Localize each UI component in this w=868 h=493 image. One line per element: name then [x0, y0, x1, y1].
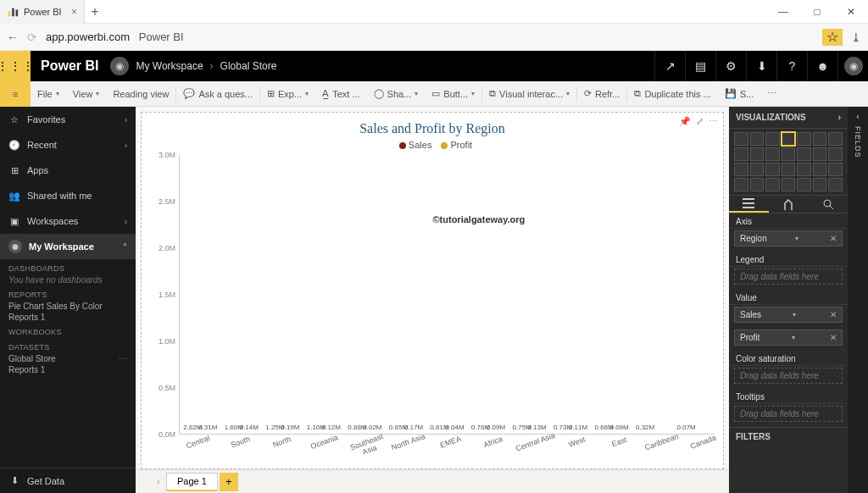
visual-type-icon[interactable]	[734, 132, 748, 146]
visual-type-icon[interactable]	[828, 147, 843, 161]
visual-type-icon[interactable]	[813, 163, 827, 176]
visual-type-icon[interactable]	[782, 147, 796, 161]
visual-type-icon[interactable]	[782, 163, 796, 176]
buttons-button[interactable]: ▭Butt...▾	[425, 81, 481, 106]
colorsat-well[interactable]: Drag data fields here	[734, 368, 843, 384]
visual-interactions-button[interactable]: ⧉Visual interac...▾	[482, 81, 576, 106]
refresh-button[interactable]: ⟳Refr...	[577, 81, 626, 106]
report-visual[interactable]: 📌 ⤢ ⋯ Sales and Profit by Region Sales P…	[141, 112, 724, 469]
minimize-button[interactable]: —	[766, 0, 800, 24]
visual-type-icon[interactable]	[750, 178, 765, 191]
address-bar: ← ⟳ app.powerbi.com Power BI ☆ ⤓	[0, 24, 868, 51]
save-button[interactable]: 💾S...	[718, 81, 761, 106]
download-icon[interactable]: ⤓	[851, 30, 861, 44]
visual-type-icon[interactable]	[813, 132, 827, 146]
close-tab-icon[interactable]: ×	[71, 6, 77, 18]
new-tab-button[interactable]: +	[85, 4, 105, 19]
visual-type-icon[interactable]	[828, 132, 843, 146]
tab-scroll-left-icon[interactable]: ‹	[153, 477, 164, 486]
file-menu[interactable]: File▾	[31, 81, 66, 106]
visual-type-icon[interactable]	[828, 163, 843, 176]
more-icon[interactable]: ⋯	[119, 354, 127, 363]
dataset-item[interactable]: Reports 1	[0, 364, 136, 375]
sidebar-item-recent[interactable]: 🕘Recent›	[0, 132, 136, 158]
feedback-icon[interactable]: ☻	[807, 51, 837, 81]
download-header-icon[interactable]: ⬇	[746, 51, 776, 81]
visual-type-icon[interactable]	[750, 147, 765, 161]
duplicate-button[interactable]: ⧉Duplicate this ...	[627, 81, 717, 106]
favorites-icon[interactable]: ☆	[822, 29, 843, 46]
add-page-button[interactable]: +	[220, 473, 238, 491]
visual-type-icon[interactable]	[765, 163, 780, 176]
crumb-workspace[interactable]: My Workspace	[136, 60, 203, 72]
legend-well[interactable]: Drag data fields here	[734, 269, 843, 285]
textbox-button[interactable]: A̲Text ...	[315, 81, 366, 106]
sidebar-item-apps[interactable]: ⊞Apps	[0, 158, 136, 183]
visual-type-icon[interactable]	[765, 147, 780, 161]
tooltips-well[interactable]: Drag data fields here	[734, 406, 843, 422]
ask-question-button[interactable]: 💬Ask a ques...	[176, 81, 259, 106]
view-menu[interactable]: View▾	[66, 81, 107, 106]
visual-type-icon[interactable]	[782, 132, 796, 146]
remove-icon[interactable]: ✕	[830, 234, 837, 243]
visual-type-icon[interactable]	[765, 132, 780, 146]
notifications-icon[interactable]: ▤	[685, 51, 715, 81]
visual-type-icon[interactable]	[750, 132, 765, 146]
visual-type-icon[interactable]	[797, 163, 811, 176]
report-item[interactable]: Reports 1	[0, 312, 136, 323]
user-avatar-icon[interactable]: ◉	[837, 51, 868, 81]
url-field[interactable]: app.powerbi.com Power BI	[46, 30, 814, 43]
reports-heading: REPORTS	[0, 285, 136, 301]
visual-type-icon[interactable]	[734, 147, 748, 161]
axis-field[interactable]: Region▾ ✕	[734, 230, 843, 246]
visual-type-icon[interactable]	[797, 147, 811, 161]
visual-type-icon[interactable]	[750, 163, 765, 176]
browser-tab[interactable]: Power BI ×	[0, 0, 85, 24]
visual-type-icon[interactable]	[734, 178, 748, 191]
crumb-report[interactable]: Global Store	[220, 60, 277, 72]
sidebar-item-shared[interactable]: 👥Shared with me	[0, 183, 136, 208]
back-icon[interactable]: ←	[7, 30, 19, 44]
sidebar-item-workspaces[interactable]: ▣Workspaces›	[0, 208, 136, 234]
format-tab-icon[interactable]	[769, 196, 809, 213]
value-field-profit[interactable]: Profit▾ ✕	[734, 330, 843, 346]
reading-view-button[interactable]: Reading view	[106, 81, 175, 106]
value-field-sales[interactable]: Sales▾ ✕	[734, 307, 843, 323]
shapes-button[interactable]: ◯Sha...▾	[367, 81, 426, 106]
analytics-tab-icon[interactable]	[808, 196, 848, 213]
remove-icon[interactable]: ✕	[830, 333, 837, 342]
visual-type-icon[interactable]	[782, 178, 796, 191]
visual-type-icon[interactable]	[734, 163, 748, 176]
refresh-icon[interactable]: ⟳	[27, 30, 37, 44]
settings-icon[interactable]: ⚙	[715, 51, 746, 81]
filters-header[interactable]: FILTERS	[729, 427, 848, 446]
fields-pane-collapsed[interactable]: ‹ FIELDS	[848, 107, 868, 493]
sidebar-item-my-workspace[interactable]: ◉My Workspace˄	[0, 234, 136, 259]
pin-icon[interactable]: 📌	[679, 116, 691, 127]
visual-type-icon[interactable]	[797, 178, 811, 191]
fields-tab-icon[interactable]	[729, 196, 769, 213]
visualizations-header[interactable]: VISUALIZATIONS›	[729, 107, 848, 129]
dataset-item[interactable]: Global Store⋯	[0, 353, 136, 364]
help-icon[interactable]: ?	[776, 51, 807, 81]
report-item[interactable]: Pie Chart Sales By Color	[0, 301, 136, 312]
visual-type-icon[interactable]	[797, 132, 811, 146]
remove-icon[interactable]: ✕	[830, 310, 837, 319]
fullscreen-icon[interactable]: ↗	[654, 51, 685, 81]
visual-type-icon[interactable]	[813, 178, 827, 191]
get-data-button[interactable]: ⬇Get Data	[0, 468, 136, 493]
more-icon[interactable]: ⋯	[760, 81, 783, 106]
hamburger-icon[interactable]: ≡	[0, 81, 31, 107]
window-close-button[interactable]: ✕	[834, 0, 868, 24]
waffle-icon[interactable]: ⋮⋮⋮	[0, 51, 31, 81]
explore-button[interactable]: ⊞Exp...▾	[260, 81, 315, 106]
visual-more-icon[interactable]: ⋯	[709, 116, 718, 127]
visual-type-icon[interactable]	[813, 147, 827, 161]
page-tab[interactable]: Page 1	[166, 473, 218, 491]
visual-type-icon[interactable]	[828, 178, 843, 191]
visual-type-icon[interactable]	[765, 178, 780, 191]
focus-icon[interactable]: ⤢	[696, 116, 704, 127]
maximize-button[interactable]: □	[800, 0, 834, 24]
sidebar-item-favorites[interactable]: ☆Favorites›	[0, 107, 136, 132]
chevron-down-icon[interactable]: ▾	[795, 235, 798, 242]
